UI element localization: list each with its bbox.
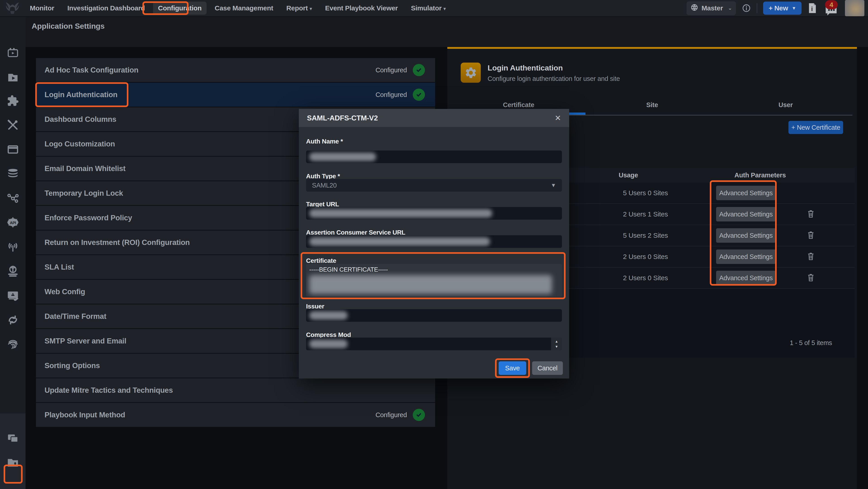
main-nav: Monitor Investigation Dashboard Configur… [25,2,451,15]
delete-row-button[interactable] [807,252,815,261]
delete-row-button[interactable] [807,209,815,219]
column-usage: Usage [619,171,638,179]
auth-name-input[interactable] [306,151,562,163]
advanced-settings-button[interactable]: Advanced Settings [716,207,776,222]
usage-cell: 2 Users 1 Sites [623,210,668,218]
usage-cell: 5 Users 2 Sites [623,232,668,239]
case-folder-icon[interactable] [7,458,19,468]
svg-text:API: API [10,221,16,225]
svg-text:i: i [811,5,813,12]
setting-label: SLA List [44,263,74,271]
fingerprint-icon[interactable] [6,339,19,350]
setting-label: Date/Time Format [44,312,106,321]
issuer-input[interactable] [306,309,562,322]
broadcast-icon[interactable] [6,241,19,252]
sync-icon[interactable] [7,315,19,325]
tab-user[interactable]: User [719,101,852,115]
release-notes-button[interactable]: i [807,2,817,14]
api-icon[interactable]: API [6,217,19,228]
nav-simulator[interactable]: Simulator▾ [406,2,451,15]
advanced-settings-button[interactable]: Advanced Settings [716,250,776,264]
auth-name-label: Auth Name * [306,138,343,145]
setting-item-login-authentication[interactable]: Login Authentication Configured [36,83,435,107]
tools-icon[interactable] [7,119,19,131]
page-title: Application Settings [32,22,105,31]
save-button[interactable]: Save [499,361,526,375]
top-bar: Monitor Investigation Dashboard Configur… [0,0,868,17]
nav-case-management[interactable]: Case Management [210,2,278,15]
setting-label: Enforce Password Policy [44,214,132,222]
redacted-certificate [309,275,552,294]
delete-row-button[interactable] [807,231,815,240]
advanced-settings-button[interactable]: Advanced Settings [716,186,776,200]
divider [757,3,757,13]
target-url-input[interactable] [306,207,562,220]
info-button[interactable] [742,4,751,13]
chevron-down-icon: ⌄ [728,5,732,11]
nav-event-playbook-viewer[interactable]: Event Playbook Viewer [320,2,403,15]
setting-label: SMTP Server and Email [44,337,126,345]
tenant-selector[interactable]: Master ⌄ [686,1,736,15]
number-stepper[interactable]: ▲▼ [551,337,562,350]
auth-type-value: SAML20 [312,182,337,189]
geo-icon[interactable] [7,265,19,277]
new-button[interactable]: + New ▼ [763,2,802,15]
setting-label: Logo Customization [44,140,115,148]
advanced-settings-button[interactable]: Advanced Settings [716,271,776,285]
configured-badge: Configured [375,66,407,74]
nav-investigation-dashboard[interactable]: Investigation Dashboard [62,2,150,15]
pagination-info: 1 - 5 of 5 items [790,339,832,347]
integrations-icon[interactable] [7,95,19,107]
setting-item-update-mitre[interactable]: Update Mitre Tactics and Techniques [36,378,435,402]
app-root: Monitor Investigation Dashboard Configur… [0,0,868,489]
configured-badge: Configured [375,411,407,419]
setting-label: Sorting Options [44,361,100,370]
stepper-down-icon[interactable]: ▼ [555,345,558,349]
acs-url-input[interactable] [306,235,562,248]
configured-check-icon [413,89,425,101]
data-store-icon[interactable] [7,168,19,179]
close-icon[interactable]: ✕ [555,113,561,123]
connections-icon[interactable] [7,192,19,203]
auth-type-select[interactable]: SAML20 ▼ [306,179,562,192]
globe-icon [690,4,698,13]
scheduled-playbooks-icon[interactable] [7,47,19,58]
setting-label: Login Authentication [44,90,118,99]
calendar-icon[interactable] [7,144,19,154]
stepper-up-icon[interactable]: ▲ [555,339,558,343]
setting-item-playbook-input-method[interactable]: Playbook Input Method Configured [36,403,435,427]
cancel-button[interactable]: Cancel [532,361,563,375]
nav-monitor[interactable]: Monitor [25,2,59,15]
nav-configuration[interactable]: Configuration [153,2,207,15]
redacted-value [309,209,492,218]
panel-subtitle: Configure login authentication for user … [488,75,620,83]
advanced-settings-button[interactable]: Advanced Settings [716,228,776,243]
notification-badge: 4 [825,0,838,9]
delete-row-button[interactable] [807,273,815,283]
windows-icon[interactable] [7,433,19,443]
certificate-textarea[interactable]: -----BEGIN CERTIFICATE----- [306,264,562,297]
configured-check-icon [413,64,425,76]
setting-label: Return on Investment (ROI) Configuration [44,238,190,247]
caret-down-icon: ▾ [443,6,446,11]
setting-item-ad-hoc-task[interactable]: Ad Hoc Task Configuration Configured [36,58,435,82]
caret-down-icon: ▼ [551,182,556,189]
notifications-button[interactable]: 4 [823,0,839,17]
usage-cell: 2 Users 0 Sites [623,253,668,261]
tab-site[interactable]: Site [585,101,719,115]
modal-header: SAML-ADFS-CTM-V2 ✕ [299,109,569,127]
nav-report[interactable]: Report▾ [281,2,317,15]
usage-cell: 2 Users 0 Sites [623,274,668,282]
modal-title: SAML-ADFS-CTM-V2 [307,114,378,122]
certificate-first-line: -----BEGIN CERTIFICATE----- [309,266,559,273]
panel-gear-icon [461,63,481,83]
setting-label: Ad Hoc Task Configuration [44,66,138,74]
new-certificate-button[interactable]: + New Certificate [788,121,843,134]
playbook-viewer-icon[interactable] [7,72,19,83]
incident-report-icon[interactable] [7,290,19,301]
app-logo-icon [0,0,25,17]
compress-mod-input[interactable]: ▲▼ [306,337,562,350]
user-avatar[interactable] [845,0,864,16]
caret-down-icon: ▼ [792,6,796,11]
setting-label: Email Domain Whitelist [44,164,125,173]
